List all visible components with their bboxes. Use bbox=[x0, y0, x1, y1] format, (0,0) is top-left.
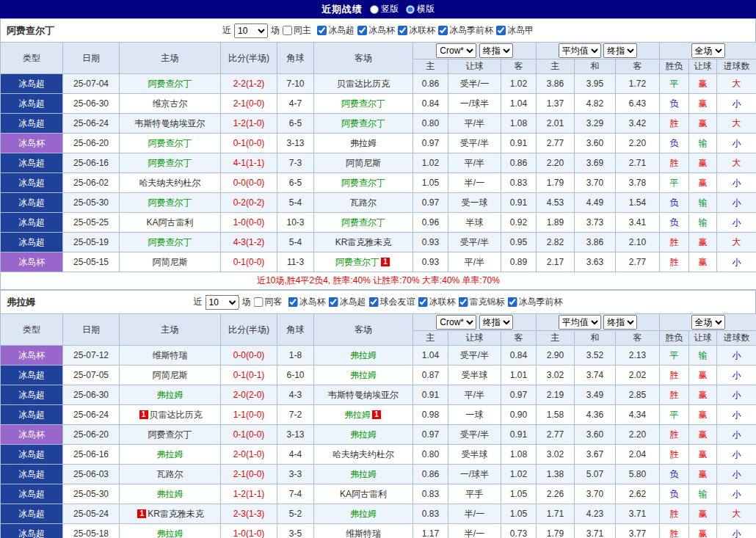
home-team-cell[interactable]: 弗拉姆 bbox=[120, 524, 221, 538]
scope-select[interactable]: 全场 bbox=[691, 315, 725, 330]
avg-away-cell: 1.72 bbox=[616, 74, 660, 94]
league-filter[interactable]: 冰联杯 bbox=[418, 296, 456, 308]
home-team-cell[interactable]: 1贝雷达比历克 bbox=[120, 405, 221, 425]
home-team-cell[interactable]: 弗拉姆 bbox=[120, 385, 221, 405]
col-home: 主场 bbox=[120, 43, 221, 74]
same-venue-checkbox[interactable] bbox=[283, 26, 292, 35]
home-team-cell[interactable]: 阿费查尔丁 bbox=[120, 153, 221, 173]
away-team-cell[interactable]: 弗拉姆 bbox=[314, 504, 413, 524]
home-team-cell[interactable]: 阿费查尔丁 bbox=[120, 425, 221, 445]
away-team-cell[interactable]: 阿费查尔丁 bbox=[314, 114, 413, 134]
league-filter[interactable]: 冰岛超 bbox=[317, 24, 355, 37]
away-team-cell[interactable]: 弗拉姆 bbox=[314, 366, 413, 385]
same-venue-filter[interactable]: 同客 bbox=[254, 296, 283, 308]
result-handicap-cell: 赢 bbox=[689, 114, 717, 134]
home-team-cell[interactable]: 韦斯特曼纳埃亚尔 bbox=[120, 114, 221, 134]
away-team-cell[interactable]: 弗拉姆 bbox=[314, 425, 413, 445]
league-checkbox[interactable] bbox=[329, 297, 338, 307]
match-count-select[interactable]: 10 bbox=[234, 23, 268, 38]
avg-home-cell: 1.71 bbox=[537, 504, 575, 524]
odds-company-select[interactable]: Crow* bbox=[436, 315, 476, 330]
league-filter[interactable]: 冰联杯 bbox=[398, 24, 435, 37]
results-table: 类型 日期 主场 比分(半场) 角球 客场 Crow* 终指 平均值 终指 bbox=[0, 42, 756, 290]
league-checkbox[interactable] bbox=[398, 26, 407, 35]
avg-mode-select[interactable]: 终指 bbox=[603, 43, 637, 58]
league-checkbox[interactable] bbox=[438, 26, 448, 35]
scope-select[interactable]: 全场 bbox=[691, 43, 725, 58]
same-venue-checkbox[interactable] bbox=[254, 297, 263, 307]
home-team-cell[interactable]: 瓦路尔 bbox=[120, 465, 221, 484]
home-team-cell[interactable]: KA阿古雷利 bbox=[120, 213, 221, 233]
col-result-handicap: 让球 bbox=[689, 59, 717, 74]
home-team-cell[interactable]: 阿简尼斯 bbox=[120, 252, 221, 272]
league-badge: 冰岛超 bbox=[1, 74, 63, 94]
league-checkbox[interactable] bbox=[418, 297, 428, 307]
away-team-cell[interactable]: 阿费查尔丁 bbox=[314, 94, 413, 114]
league-checkbox[interactable] bbox=[459, 297, 468, 307]
home-team-cell[interactable]: 阿简尼斯 bbox=[120, 366, 221, 385]
home-team-cell[interactable]: 哈夫纳夫约杜尔 bbox=[120, 173, 221, 193]
away-team-cell[interactable]: 贝雷达比历克 bbox=[314, 74, 413, 94]
away-team-cell[interactable]: 瓦路尔 bbox=[314, 193, 413, 213]
vertical-radio[interactable] bbox=[370, 5, 379, 14]
away-team-cell[interactable]: 弗拉姆 bbox=[314, 134, 413, 153]
away-team-cell[interactable]: 韦斯特曼纳埃亚尔 bbox=[314, 385, 413, 405]
home-team-cell[interactable]: 弗拉姆 bbox=[120, 445, 221, 465]
layout-horizontal-option[interactable]: 横版 bbox=[406, 3, 435, 15]
home-team-cell[interactable]: 阿费查尔丁 bbox=[120, 134, 221, 153]
league-filter[interactable]: 冰岛杯 bbox=[288, 296, 326, 308]
league-filter[interactable]: 冰岛季前杯 bbox=[508, 296, 563, 308]
away-team-cell[interactable]: KR雷克雅未克 bbox=[314, 233, 413, 252]
avg-mode-select[interactable]: 终指 bbox=[603, 315, 637, 330]
away-team-cell[interactable]: 弗拉姆1 bbox=[314, 405, 413, 425]
odds-mode-select[interactable]: 终指 bbox=[479, 315, 513, 330]
away-team-cell[interactable]: 阿费查尔丁 bbox=[314, 213, 413, 233]
table-row: 冰岛超 25-06-24 韦斯特曼纳埃亚尔 1-2(1-0) 6-5 阿费查尔丁… bbox=[1, 114, 756, 134]
home-team-cell[interactable]: 维斯特瑞 bbox=[120, 346, 221, 366]
away-team-cell[interactable]: 阿简尼斯 bbox=[314, 153, 413, 173]
away-team-cell[interactable]: 阿费查尔丁1 bbox=[314, 252, 413, 272]
league-badge: 冰岛超 bbox=[1, 385, 63, 405]
odds-company-select[interactable]: Crow* bbox=[436, 43, 476, 58]
avg-select[interactable]: 平均值 bbox=[559, 43, 601, 58]
league-checkbox[interactable] bbox=[357, 26, 367, 35]
league-checkbox[interactable] bbox=[317, 26, 327, 35]
league-filter[interactable]: 冰岛甲 bbox=[496, 24, 534, 37]
score-cell: 0-0(0-0) bbox=[221, 346, 277, 366]
home-team-cell[interactable]: 维京古尔 bbox=[120, 94, 221, 114]
match-count-select[interactable]: 10 bbox=[206, 295, 239, 310]
league-filter[interactable]: 雷克锦标 bbox=[459, 296, 505, 308]
home-team-cell[interactable]: 弗拉姆 bbox=[120, 484, 221, 504]
away-team-cell[interactable]: KA阿古雷利 bbox=[314, 484, 413, 504]
same-venue-filter[interactable]: 同主 bbox=[283, 24, 311, 37]
table-row: 冰岛超 25-06-16 阿费查尔丁 4-1(1-1) 7-3 阿简尼斯 1.0… bbox=[1, 153, 756, 173]
league-checkbox[interactable] bbox=[288, 297, 298, 307]
home-team-cell[interactable]: 阿费查尔丁 bbox=[120, 233, 221, 252]
odds-mode-select[interactable]: 终指 bbox=[479, 43, 513, 58]
horizontal-radio[interactable] bbox=[406, 5, 415, 14]
league-filter[interactable]: 冰岛超 bbox=[329, 296, 366, 308]
home-odds-cell: 1.04 bbox=[413, 346, 448, 366]
home-team-cell[interactable]: 1KR雷克雅未克 bbox=[120, 504, 221, 524]
league-checkbox[interactable] bbox=[496, 26, 506, 35]
away-team-name: 阿费查尔丁 bbox=[335, 257, 379, 267]
league-checkbox[interactable] bbox=[369, 297, 379, 307]
league-filter[interactable]: 冰岛季前杯 bbox=[438, 24, 493, 37]
league-filter[interactable]: 球会友谊 bbox=[369, 296, 415, 308]
corner-cell: 10-3 bbox=[277, 213, 314, 233]
away-team-cell[interactable]: 弗拉姆 bbox=[314, 346, 413, 366]
avg-select[interactable]: 平均值 bbox=[559, 315, 601, 330]
home-team-cell[interactable]: 阿费查尔丁 bbox=[120, 74, 221, 94]
league-filter[interactable]: 冰岛杯 bbox=[357, 24, 395, 37]
away-team-cell[interactable]: 阿费查尔丁 bbox=[314, 173, 413, 193]
away-team-cell[interactable]: 维斯特瑞 bbox=[314, 524, 413, 538]
avg-home-cell: 1.38 bbox=[537, 465, 575, 484]
result-handicap-cell: 赢 bbox=[689, 366, 717, 385]
away-team-cell[interactable]: 弗拉姆 bbox=[314, 465, 413, 484]
home-team-cell[interactable]: 阿费查尔丁 bbox=[120, 193, 221, 213]
league-label: 冰岛杯 bbox=[368, 24, 395, 37]
away-team-cell[interactable]: 哈夫纳夫约杜尔 bbox=[314, 445, 413, 465]
layout-vertical-option[interactable]: 竖版 bbox=[370, 3, 399, 15]
league-checkbox[interactable] bbox=[508, 297, 517, 307]
col-date: 日期 bbox=[63, 43, 120, 74]
